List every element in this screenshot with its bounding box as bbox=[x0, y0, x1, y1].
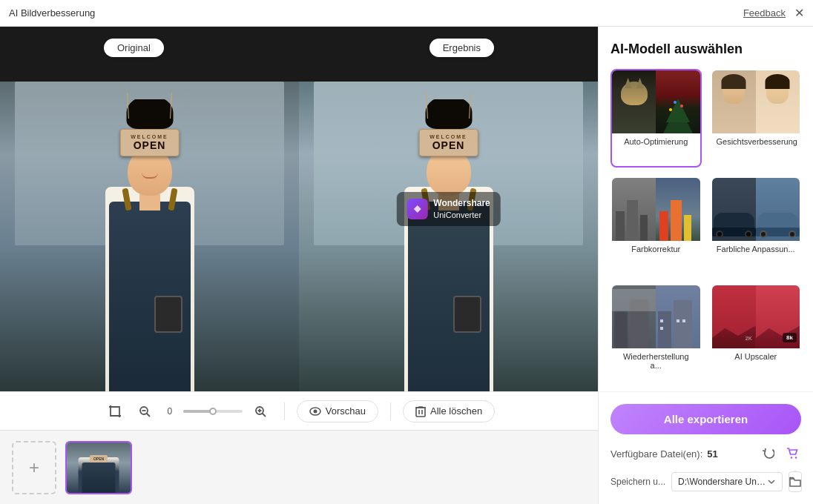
model-card-restore[interactable]: Wiederherstellung a... bbox=[610, 284, 702, 391]
main-content: Original Ergebnis bbox=[0, 27, 813, 504]
toolbar-sep-1 bbox=[284, 402, 285, 420]
model-card-coloradj[interactable]: Farbliche Anpassun... bbox=[711, 176, 802, 275]
model-thumb-auto bbox=[612, 70, 700, 133]
watermark-logo bbox=[406, 199, 427, 219]
label-original: Original bbox=[104, 39, 164, 57]
zoom-slider[interactable] bbox=[183, 410, 243, 413]
feedback-link[interactable]: Feedback bbox=[743, 7, 786, 19]
svg-rect-9 bbox=[416, 408, 425, 417]
app-title: AI Bildverbesserung bbox=[9, 7, 95, 19]
chevron-down-icon bbox=[767, 477, 776, 486]
original-image-panel: WELCOME OPEN bbox=[0, 27, 299, 391]
save-path-selector[interactable]: D:\Wondershare UniCon bbox=[671, 472, 783, 491]
folder-browse-button[interactable] bbox=[789, 471, 802, 492]
toolbar-sep-2 bbox=[390, 402, 391, 420]
svg-line-1 bbox=[146, 413, 150, 417]
model-card-face[interactable]: Gesichtsverbesserung bbox=[711, 69, 802, 168]
save-row: Speichern u... D:\Wondershare UniCon bbox=[610, 471, 801, 492]
title-bar-left: AI Bildverbesserung bbox=[9, 7, 95, 19]
preview-area: Original Ergebnis bbox=[0, 27, 598, 391]
right-panel: AI-Modell auswählen bbox=[598, 27, 813, 504]
svg-point-14 bbox=[795, 457, 797, 458]
svg-line-4 bbox=[262, 413, 266, 417]
preview-btn-label: Vorschau bbox=[326, 405, 366, 417]
model-label-face: Gesichtsverbesserung bbox=[712, 133, 800, 150]
left-panel: Original Ergebnis bbox=[0, 27, 598, 504]
zoom-out-btn[interactable] bbox=[133, 399, 157, 423]
file-count-number: 51 bbox=[707, 448, 717, 460]
zoom-value: 0 bbox=[162, 406, 177, 417]
export-area: Alle exportieren Verfügbare Datei(en): 5… bbox=[599, 391, 813, 504]
filmstrip-item[interactable]: OPEN bbox=[65, 441, 132, 494]
model-label-coloradj: Farbliche Anpassun... bbox=[712, 241, 800, 257]
model-label-restore: Wiederherstellung a... bbox=[612, 348, 700, 374]
model-thumb-coloradj bbox=[712, 178, 800, 241]
trash-icon bbox=[415, 405, 426, 417]
close-button[interactable]: ✕ bbox=[794, 7, 804, 19]
model-thumb-face bbox=[712, 70, 800, 133]
toolbar-zoom-group: 0 bbox=[103, 399, 272, 423]
preview-button[interactable]: Vorschau bbox=[297, 400, 378, 422]
panel-title: AI-Modell auswählen bbox=[599, 27, 813, 69]
model-card-auto[interactable]: Auto-Optimierung bbox=[610, 69, 702, 168]
refresh-icon-btn[interactable] bbox=[760, 445, 777, 462]
save-path-value: D:\Wondershare UniCon bbox=[678, 477, 767, 487]
model-thumb-restore bbox=[612, 285, 700, 348]
model-label-auto: Auto-Optimierung bbox=[612, 133, 700, 150]
watermark: Wondershare UniConverter bbox=[396, 192, 500, 226]
watermark-text: Wondershare UniConverter bbox=[433, 198, 490, 220]
models-grid: Auto-Optimierung G bbox=[599, 69, 813, 391]
add-file-button[interactable]: + bbox=[12, 441, 56, 494]
file-count-label: Verfügbare Datei(en): bbox=[610, 448, 702, 460]
model-label-color: Farbkorrektur bbox=[612, 241, 700, 257]
model-label-upscale: AI Upscaler bbox=[712, 348, 800, 365]
model-card-color[interactable]: Farbkorrektur bbox=[610, 176, 702, 275]
zoom-in-btn[interactable] bbox=[248, 399, 272, 423]
title-bar-right: Feedback ✕ bbox=[743, 7, 804, 19]
model-thumb-color bbox=[612, 178, 700, 241]
svg-point-13 bbox=[791, 457, 792, 458]
filmstrip: + OPEN bbox=[0, 430, 598, 504]
label-ergebnis: Ergebnis bbox=[429, 39, 494, 57]
model-card-upscale[interactable]: 2K 8k AI Upscaler bbox=[711, 284, 802, 391]
save-label: Speichern u... bbox=[610, 477, 665, 487]
folder-icon bbox=[789, 477, 801, 487]
export-all-button[interactable]: Alle exportieren bbox=[610, 404, 801, 434]
cart-icon bbox=[786, 448, 798, 460]
toolbar: 0 bbox=[0, 391, 598, 430]
title-bar: AI Bildverbesserung Feedback ✕ bbox=[0, 0, 813, 27]
crop-icon-btn[interactable] bbox=[103, 399, 127, 423]
result-image-panel: WELCOME OPEN Wondershare UniConverter bbox=[299, 27, 598, 391]
file-count-icons bbox=[760, 445, 801, 462]
eye-icon bbox=[309, 405, 321, 417]
file-count-row: Verfügbare Datei(en): 51 bbox=[610, 445, 801, 462]
delete-btn-label: Alle löschen bbox=[430, 405, 482, 417]
cart-icon-btn[interactable] bbox=[783, 445, 801, 462]
refresh-icon bbox=[763, 448, 774, 460]
model-thumb-upscale: 2K 8k bbox=[712, 285, 800, 348]
delete-all-button[interactable]: Alle löschen bbox=[403, 400, 495, 422]
svg-point-8 bbox=[313, 409, 317, 413]
